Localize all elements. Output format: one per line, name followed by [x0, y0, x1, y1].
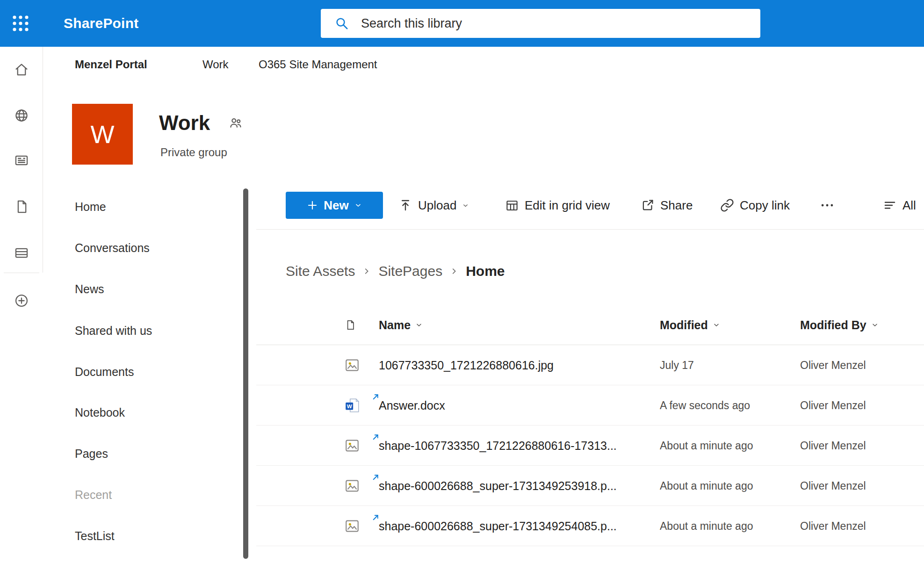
- file-modified-by: Oliver Menzel: [800, 345, 866, 385]
- word-file-icon: W: [344, 397, 360, 413]
- site-logo[interactable]: W: [72, 104, 133, 165]
- file-modified: July 17: [660, 345, 694, 385]
- column-header-modified-by[interactable]: Modified By: [800, 305, 879, 345]
- teams-icon: [229, 116, 243, 130]
- chevron-right-icon: [362, 267, 371, 275]
- copy-link-button[interactable]: Copy link: [720, 192, 790, 219]
- file-modified: A few seconds ago: [660, 385, 750, 426]
- image-file-icon: [344, 478, 360, 494]
- table-row[interactable]: 1067733350_1721226880616.jpg July 17 Oli…: [256, 345, 924, 385]
- view-selector-label: All: [902, 198, 916, 213]
- sidebar-item-testlist[interactable]: TestList: [75, 527, 115, 545]
- upload-button[interactable]: Upload: [398, 192, 469, 219]
- chevron-down-icon: [415, 321, 423, 329]
- file-name[interactable]: shape-600026688_super-1731349254085.p...: [379, 506, 617, 546]
- image-file-icon: [344, 438, 360, 454]
- breadcrumb-home-current: Home: [466, 263, 505, 279]
- image-file-icon: [344, 518, 360, 534]
- file-name[interactable]: shape-600026688_super-1731349253918.p...: [379, 466, 617, 506]
- column-header-name[interactable]: Name: [379, 305, 423, 345]
- sidebar-item-recent[interactable]: Recent: [75, 485, 112, 504]
- hub-nav-item-work[interactable]: Work: [202, 47, 229, 82]
- share-label: Share: [660, 198, 693, 213]
- app-launcher-waffle-icon[interactable]: [11, 14, 30, 33]
- add-icon[interactable]: [14, 293, 29, 309]
- file-type-column-icon[interactable]: [344, 305, 356, 345]
- sidebar-item-shared-with-us[interactable]: Shared with us: [75, 321, 152, 340]
- new-button[interactable]: New: [286, 192, 383, 219]
- edit-in-grid-view-label: Edit in grid view: [525, 198, 610, 213]
- chevron-right-icon: [450, 267, 458, 275]
- site-privacy-label: Private group: [160, 146, 227, 159]
- suite-bar: SharePoint: [0, 0, 924, 47]
- grid-view-icon: [505, 198, 519, 212]
- share-button[interactable]: Share: [641, 192, 693, 219]
- image-file-icon: [344, 357, 360, 373]
- table-row[interactable]: shape-600026688_super-1731349254085.p...…: [256, 506, 924, 546]
- file-modified: About a minute ago: [660, 466, 753, 506]
- sidebar-item-news[interactable]: News: [75, 280, 104, 298]
- plus-icon: [307, 200, 318, 211]
- chevron-down-icon: [871, 321, 879, 329]
- more-commands-button[interactable]: [819, 192, 835, 219]
- sidebar-item-notebook[interactable]: Notebook: [75, 403, 125, 422]
- chevron-down-icon: [713, 321, 720, 329]
- sidebar-item-documents[interactable]: Documents: [75, 362, 134, 381]
- file-modified-by: Oliver Menzel: [800, 426, 866, 466]
- rail-border: [43, 47, 43, 273]
- site-logo-letter: W: [91, 120, 115, 149]
- column-header-modified[interactable]: Modified: [660, 305, 720, 345]
- file-modified-by: Oliver Menzel: [800, 506, 866, 546]
- globe-icon[interactable]: [14, 108, 29, 123]
- edit-in-grid-view-button[interactable]: Edit in grid view: [505, 192, 610, 219]
- table-header: Name Modified Modified By: [256, 305, 924, 345]
- file-name[interactable]: 1067733350_1721226880616.jpg: [379, 345, 554, 385]
- file-modified-by: Oliver Menzel: [800, 466, 866, 506]
- breadcrumb-sitepages[interactable]: SitePages: [378, 263, 442, 279]
- chevron-down-icon: [462, 202, 469, 209]
- ellipsis-icon: [819, 197, 835, 213]
- search-icon: [335, 16, 349, 30]
- chevron-down-icon: [354, 202, 362, 209]
- hub-nav-item-menzel-portal[interactable]: Menzel Portal: [75, 47, 147, 82]
- file-modified: About a minute ago: [660, 506, 753, 546]
- copy-link-label: Copy link: [740, 198, 790, 213]
- sidebar-scrollbar[interactable]: [243, 188, 248, 559]
- file-modified-by: Oliver Menzel: [800, 385, 866, 426]
- new-button-label: New: [324, 198, 348, 213]
- document-icon[interactable]: [14, 199, 29, 215]
- table-row[interactable]: shape-1067733350_1721226880616-17313... …: [256, 426, 924, 466]
- sidebar-item-home[interactable]: Home: [75, 197, 106, 216]
- breadcrumb: Site Assets SitePages Home: [286, 260, 505, 282]
- home-icon[interactable]: [14, 62, 29, 78]
- link-icon: [720, 198, 734, 212]
- upload-label: Upload: [418, 198, 456, 213]
- file-name[interactable]: Answer.docx: [379, 385, 445, 426]
- hub-nav-item-o365-site-management[interactable]: O365 Site Management: [259, 47, 377, 82]
- app-name[interactable]: SharePoint: [64, 0, 138, 47]
- upload-icon: [398, 198, 412, 212]
- table-row[interactable]: W Answer.docx A few seconds ago Oliver M…: [256, 385, 924, 426]
- file-modified: About a minute ago: [660, 426, 753, 466]
- sidebar-item-pages[interactable]: Pages: [75, 444, 108, 463]
- rail-divider: [4, 273, 39, 273]
- table-row[interactable]: shape-600026688_super-1731349253918.p...…: [256, 466, 924, 506]
- command-bar-divider: [256, 229, 924, 230]
- search-box[interactable]: [321, 9, 760, 38]
- file-name[interactable]: shape-1067733350_1721226880616-17313...: [379, 426, 617, 466]
- page-icon: [344, 319, 356, 331]
- news-icon[interactable]: [14, 152, 29, 168]
- view-selector-button[interactable]: All: [883, 192, 916, 219]
- sidebar-item-conversations[interactable]: Conversations: [75, 238, 150, 257]
- svg-text:W: W: [347, 403, 352, 409]
- breadcrumb-site-assets[interactable]: Site Assets: [286, 263, 355, 279]
- share-icon: [641, 198, 655, 212]
- search-input[interactable]: [349, 9, 760, 38]
- view-list-icon: [883, 198, 897, 212]
- lists-icon[interactable]: [14, 245, 29, 261]
- site-title[interactable]: Work: [159, 111, 210, 135]
